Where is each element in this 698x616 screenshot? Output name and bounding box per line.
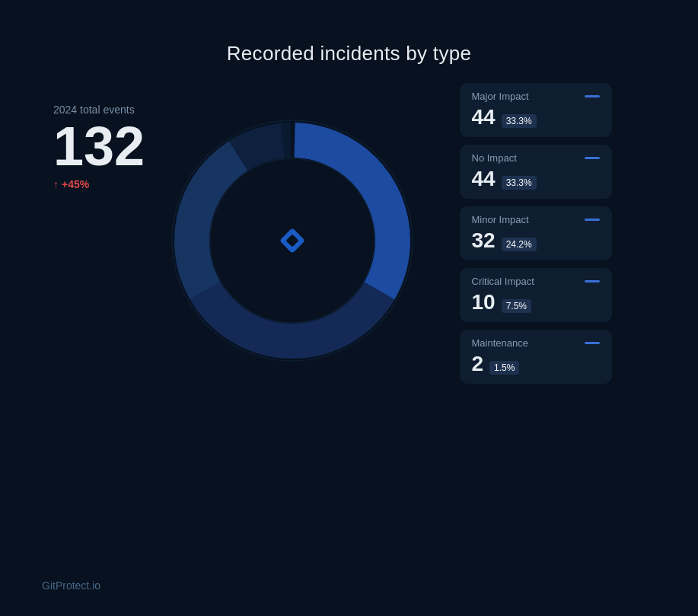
donut-chart (148, 96, 437, 385)
legend-card-dash-minor (585, 219, 600, 221)
page-title: Recorded incidents by type (227, 42, 471, 65)
legend-panel: Major Impact 44 33.3% No Impact 44 33.3%… (460, 83, 612, 384)
legend-card-percent-major: 33.3% (502, 114, 537, 128)
total-events: 132 (53, 119, 145, 174)
legend-card-header-major: Major Impact (472, 91, 600, 102)
legend-card-title-maintenance: Maintenance (472, 337, 528, 349)
legend-card-title-major: Major Impact (472, 91, 529, 102)
legend-card-header-critical: Critical Impact (472, 276, 600, 287)
year-label: 2024 total events (53, 104, 135, 116)
legend-card-dash-critical (585, 280, 600, 282)
legend-card-header-minor: Minor Impact (472, 214, 600, 225)
stats-panel: 2024 total events 132 ↑ +45% (53, 104, 145, 190)
legend-card-critical: Critical Impact 10 7.5% (460, 268, 612, 322)
legend-card-minor: Minor Impact 32 24.2% (460, 206, 612, 260)
legend-card-no: No Impact 44 33.3% (460, 145, 612, 199)
legend-card-body-no: 44 33.3% (472, 167, 600, 191)
main-content: 2024 total events 132 ↑ +45% (0, 88, 698, 385)
legend-card-number-major: 44 (472, 105, 496, 129)
legend-card-body-minor: 32 24.2% (472, 228, 600, 253)
legend-card-dash-major (585, 95, 600, 97)
legend-card-percent-critical: 7.5% (502, 299, 531, 313)
legend-card-number-maintenance: 2 (472, 352, 484, 376)
legend-card-major: Major Impact 44 33.3% (460, 83, 612, 137)
legend-card-body-critical: 10 7.5% (472, 290, 600, 314)
legend-card-header-no: No Impact (472, 152, 600, 164)
legend-card-percent-maintenance: 1.5% (489, 361, 519, 375)
change-value: +45% (62, 178, 89, 190)
legend-card-title-minor: Minor Impact (472, 214, 529, 225)
legend-card-title-critical: Critical Impact (472, 276, 534, 287)
gitprotect-logo-icon (269, 218, 315, 263)
change-arrow-icon: ↑ (53, 178, 59, 190)
brand-label: GitProtect.io (42, 579, 100, 592)
legend-card-number-minor: 32 (472, 228, 496, 253)
legend-card-title-no: No Impact (472, 152, 517, 164)
legend-card-dash-maintenance (585, 342, 600, 344)
legend-card-percent-no: 33.3% (502, 176, 537, 190)
change-indicator: ↑ +45% (53, 178, 89, 190)
legend-card-percent-minor: 24.2% (502, 238, 537, 251)
legend-card-body-major: 44 33.3% (472, 105, 600, 129)
legend-card-number-no: 44 (472, 167, 496, 191)
center-logo (266, 214, 319, 267)
legend-card-number-critical: 10 (472, 290, 496, 314)
legend-card-maintenance: Maintenance 2 1.5% (460, 330, 612, 384)
legend-card-dash-no (585, 157, 600, 159)
legend-card-body-maintenance: 2 1.5% (472, 352, 600, 376)
legend-card-header-maintenance: Maintenance (472, 337, 600, 349)
